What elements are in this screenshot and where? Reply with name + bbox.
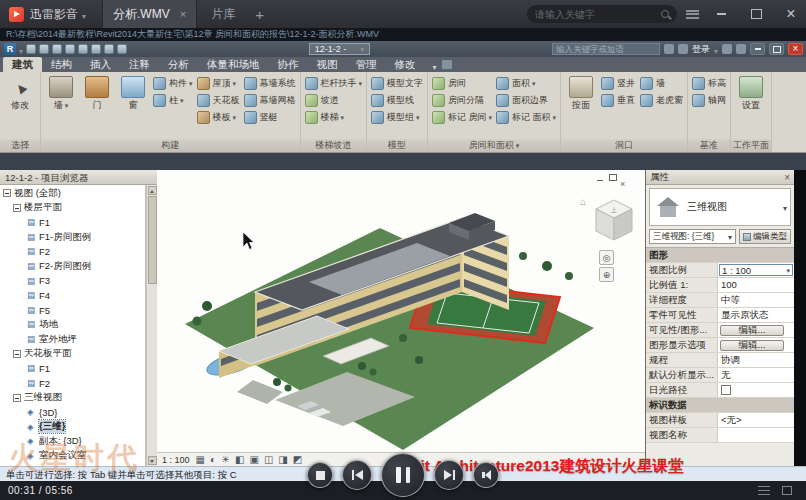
- type-selector[interactable]: 三维视图: [649, 188, 791, 226]
- default-3d-view-icon[interactable]: [117, 44, 127, 54]
- railing-button[interactable]: 栏杆扶手: [304, 75, 364, 92]
- tree-item[interactable]: 场地: [0, 317, 145, 332]
- sync-icon[interactable]: [52, 44, 62, 54]
- main-menu-icon[interactable]: [686, 10, 699, 19]
- panel-label-opening[interactable]: 洞口: [561, 139, 687, 152]
- property-row[interactable]: 日光路径: [646, 383, 794, 398]
- wall-opening-button[interactable]: 墙: [639, 75, 684, 92]
- ribbon-tab[interactable]: 体量和场地: [198, 57, 269, 72]
- scrollbar-thumb[interactable]: [148, 196, 157, 284]
- play-pause-button[interactable]: [381, 453, 425, 497]
- room-button[interactable]: 房间: [431, 75, 493, 92]
- open-icon[interactable]: [26, 44, 36, 54]
- property-row[interactable]: 视图名称: [646, 428, 794, 443]
- ribbon-tab[interactable]: 建筑: [3, 57, 42, 72]
- player-search-input[interactable]: [535, 9, 657, 20]
- property-row[interactable]: 零件可见性 显示原状态: [646, 308, 794, 323]
- property-row[interactable]: 视图样板 <无>: [646, 413, 794, 428]
- ribbon-tab[interactable]: 视图: [308, 57, 347, 72]
- property-row[interactable]: 规程 协调: [646, 353, 794, 368]
- panel-label-build[interactable]: 构建: [41, 139, 300, 152]
- viewcube[interactable]: 上: [591, 197, 637, 245]
- grid-button[interactable]: 轴网: [691, 92, 727, 109]
- shaft-button[interactable]: 竖井: [600, 75, 636, 92]
- viewcube-top-face-label[interactable]: 上: [610, 207, 617, 213]
- tree-item[interactable]: F1: [0, 361, 145, 376]
- project-browser-scrollbar[interactable]: [146, 185, 157, 466]
- level-button[interactable]: 标高: [691, 75, 727, 92]
- tree-item[interactable]: 室外地坪: [0, 332, 145, 347]
- viewcube-home-icon[interactable]: [580, 196, 586, 207]
- undo-icon[interactable]: [65, 44, 75, 54]
- panel-label-work-plane[interactable]: 工作平面: [731, 139, 771, 152]
- steering-wheel-icon[interactable]: [599, 250, 614, 265]
- ribbon-tab[interactable]: 分析: [159, 57, 198, 72]
- zoom-icon[interactable]: [599, 267, 614, 282]
- view-control-icon[interactable]: ◩: [293, 453, 302, 467]
- new-tab-icon[interactable]: [249, 6, 270, 23]
- tab-current-video[interactable]: 分析.WMV: [102, 0, 197, 28]
- type-selector-dropdown-icon[interactable]: [783, 202, 787, 213]
- view-control-icon[interactable]: ◨: [278, 453, 287, 467]
- property-row[interactable]: 视图比例 1 : 100: [646, 263, 794, 278]
- panel-label-circulation[interactable]: 楼梯坡道: [301, 139, 367, 152]
- tree-item[interactable]: F5: [0, 303, 145, 318]
- stair-button[interactable]: 楼梯: [304, 109, 364, 126]
- ribbon-tab[interactable]: 注释: [120, 57, 159, 72]
- tree-item[interactable]: 楼层平面: [0, 201, 145, 216]
- previous-button[interactable]: [342, 460, 372, 490]
- ceiling-button[interactable]: 天花板: [196, 92, 241, 109]
- property-row[interactable]: 标识数据: [646, 398, 794, 413]
- tree-item[interactable]: {三维}: [0, 420, 145, 435]
- tree-item[interactable]: F2: [0, 376, 145, 391]
- view-control-icon[interactable]: ☀: [221, 453, 230, 467]
- tree-item[interactable]: 视图 (全部): [0, 186, 145, 201]
- door-button[interactable]: 门: [80, 75, 114, 111]
- ribbon-tab[interactable]: 管理: [347, 57, 386, 72]
- edit-type-button[interactable]: 编辑类型: [739, 229, 791, 244]
- revit-logo[interactable]: R: [4, 43, 16, 55]
- property-value[interactable]: [718, 428, 794, 442]
- save-icon[interactable]: [39, 44, 49, 54]
- panel-label-datum[interactable]: 基准: [688, 139, 730, 152]
- curtain-grid-button[interactable]: 幕墙网格: [243, 92, 297, 109]
- revit-search-input[interactable]: [556, 44, 656, 54]
- scroll-up-icon[interactable]: [148, 186, 157, 195]
- tab-library[interactable]: 片库: [197, 6, 249, 23]
- close-button[interactable]: [778, 0, 804, 28]
- property-value[interactable]: 编辑...: [720, 340, 784, 351]
- view-control-icon[interactable]: ◐: [210, 453, 216, 467]
- tree-item[interactable]: F1-房间图例: [0, 230, 145, 245]
- search-icon[interactable]: [661, 10, 669, 18]
- ribbon-tab[interactable]: 插入: [81, 57, 120, 72]
- tag-room-button[interactable]: 标记 房间: [431, 109, 493, 126]
- property-value[interactable]: 100: [718, 278, 794, 292]
- tree-item[interactable]: F2: [0, 244, 145, 259]
- panel-label-room-area[interactable]: 房间和面积: [428, 139, 560, 152]
- component-button[interactable]: 构件: [152, 75, 194, 92]
- project-browser-title[interactable]: 12-1-2 - 项目浏览器: [0, 170, 157, 185]
- property-value[interactable]: 中等: [718, 293, 794, 307]
- revit-close-button[interactable]: [788, 43, 803, 55]
- model-text-button[interactable]: 模型文字: [370, 75, 424, 92]
- tree-expand-icon[interactable]: [13, 350, 21, 358]
- model-line-button[interactable]: 模型线: [370, 92, 424, 109]
- wall-button[interactable]: 墙: [44, 75, 78, 111]
- fullscreen-icon[interactable]: [782, 486, 792, 495]
- roof-button[interactable]: 屋顶: [196, 75, 241, 92]
- ramp-button[interactable]: 坡道: [304, 92, 364, 109]
- property-value[interactable]: 协调: [718, 353, 794, 367]
- ribbon-state-dropdown-icon[interactable]: [433, 56, 437, 74]
- maximize-button[interactable]: [743, 0, 769, 28]
- area-button[interactable]: 面积: [495, 75, 557, 92]
- view-restore-icon[interactable]: [608, 173, 617, 182]
- tree-item[interactable]: F1: [0, 215, 145, 230]
- view-control-icon[interactable]: ◫: [264, 453, 273, 467]
- curtain-system-button[interactable]: 幕墙系统: [243, 75, 297, 92]
- property-value[interactable]: 编辑...: [720, 325, 784, 336]
- tree-item[interactable]: 天花板平面: [0, 347, 145, 362]
- vertical-opening-button[interactable]: 垂直: [600, 92, 636, 109]
- revit-minimize-button[interactable]: [750, 43, 765, 55]
- selection-filter-dropdown-icon[interactable]: [728, 232, 732, 242]
- tree-item[interactable]: {3D}: [0, 405, 145, 420]
